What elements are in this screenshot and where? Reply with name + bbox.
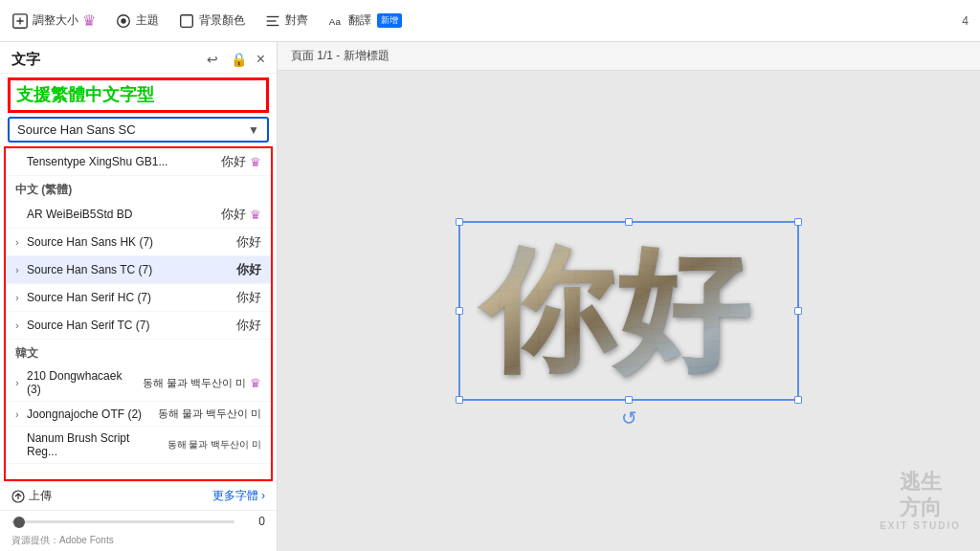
text-art-container[interactable]: 你好 你好	[458, 221, 799, 401]
toolbar-theme[interactable]: 主題	[115, 12, 159, 30]
font-preview: 동해 물과 백두산이 미	[158, 407, 261, 421]
undo-icon[interactable]: ↩	[203, 50, 222, 69]
watermark-line1: 逃生	[880, 470, 961, 495]
font-preview: 你好	[236, 317, 261, 334]
handle-tm[interactable]	[625, 218, 633, 226]
canvas-area: 頁面 1/1 - 新增標題	[278, 42, 980, 551]
list-item[interactable]: › Source Han Sans TC (7) 你好	[6, 256, 271, 284]
crown-icon: ♛	[250, 155, 261, 169]
bg-color-icon	[178, 12, 195, 30]
list-item[interactable]: AR WeiBeiB5Std BD 你好 ♛	[6, 201, 271, 229]
expand-icon: ›	[15, 236, 27, 248]
handle-tr[interactable]	[794, 218, 802, 226]
list-item[interactable]: Nanum Brush Script Reg... 동해 물과 백두산이 미	[6, 427, 271, 464]
svg-text:你好: 你好	[477, 235, 750, 386]
translate-icon: Aa	[327, 12, 345, 30]
font-preview: 你好	[236, 289, 261, 306]
font-name: Source Han Sans TC (7)	[27, 263, 229, 276]
font-name: Source Han Serif HC (7)	[27, 291, 229, 304]
font-preview: 你好	[221, 153, 246, 170]
rotate-handle[interactable]: ↺	[621, 407, 637, 430]
font-name: Source Han Sans HK (7)	[27, 235, 229, 249]
bg-color-label: 背景顏色	[199, 12, 245, 29]
font-list: Tensentype XingShu GB1... 你好 ♛ 中文 (繁體) A…	[4, 146, 273, 481]
left-panel: 文字 ↩ 🔒 × 支援繁體中文字型 Source Han Sans SC ▼ T…	[0, 42, 278, 551]
crown-icon: ♛	[250, 376, 261, 390]
align-label: 對齊	[285, 12, 308, 29]
panel-footer: 上傳 更多字體 ›	[0, 481, 277, 510]
text-art-svg: 你好 你好	[476, 232, 782, 386]
lock-icon[interactable]: 🔒	[230, 50, 249, 69]
resize-icon	[11, 12, 29, 30]
expand-icon: ›	[15, 408, 27, 420]
handle-ml[interactable]	[456, 307, 463, 315]
crown-icon: ♛	[82, 11, 96, 30]
expand-icon: ›	[15, 377, 27, 388]
handle-bl[interactable]	[456, 396, 463, 404]
text-art-wrapper[interactable]: 你好 你好 ↺	[458, 221, 799, 401]
panel-slider: 0	[0, 510, 277, 532]
list-item[interactable]: › Source Han Sans HK (7) 你好	[6, 229, 271, 256]
highlight-text: 支援繁體中文字型	[16, 85, 154, 104]
toolbar-resize[interactable]: 調整大小 ♛	[11, 11, 96, 30]
upload-label: 上傳	[29, 488, 52, 504]
font-name: Joongnajoche OTF (2)	[27, 408, 150, 421]
handle-br[interactable]	[794, 396, 802, 404]
handle-tl[interactable]	[456, 218, 463, 226]
font-preview: 你好	[236, 233, 261, 251]
expand-icon: ›	[15, 320, 27, 331]
list-item[interactable]: › Source Han Serif TC (7) 你好	[6, 312, 271, 340]
expand-icon: ›	[15, 292, 27, 303]
panel-hint: 資源提供：Adobe Fonts	[0, 532, 277, 551]
svg-point-2	[121, 18, 125, 23]
upload-button[interactable]: 上傳	[11, 488, 52, 504]
translate-label: 翻譯	[348, 12, 371, 29]
svg-rect-3	[181, 14, 193, 27]
breadcrumb: 頁面 1/1 - 新增標題	[278, 42, 980, 71]
font-name: 210 Dongwhacaek (3)	[27, 369, 135, 396]
watermark: 逃生 方向 EXIT STUDIO	[880, 470, 961, 532]
close-button[interactable]: ×	[256, 51, 265, 68]
font-section-chinese-traditional: 中文 (繁體)	[6, 176, 271, 201]
canvas-content: 你好 你好 ↺	[278, 71, 980, 551]
toolbar-right-number: 4	[962, 14, 969, 28]
font-name: Tensentype XingShu GB1...	[27, 155, 213, 168]
expand-icon: ›	[15, 264, 27, 276]
slider-thumb[interactable]	[13, 517, 25, 528]
list-item[interactable]: › Joongnajoche OTF (2) 동해 물과 백두산이 미	[6, 402, 271, 427]
list-item[interactable]: › Source Han Serif HC (7) 你好	[6, 284, 271, 312]
watermark-line2: 方向	[880, 496, 961, 520]
dropdown-arrow-icon: ▼	[248, 123, 259, 137]
list-item[interactable]: › 210 Dongwhacaek (3) 동해 물과 백두산이 미 ♛	[6, 364, 271, 402]
theme-label: 主題	[136, 12, 159, 29]
resize-label: 調整大小	[33, 12, 78, 29]
handle-mr[interactable]	[794, 307, 802, 315]
highlight-box: 支援繁體中文字型	[8, 77, 269, 113]
list-item[interactable]: Tensentype XingShu GB1... 你好 ♛	[6, 148, 271, 176]
main-area: 文字 ↩ 🔒 × 支援繁體中文字型 Source Han Sans SC ▼ T…	[0, 42, 980, 551]
new-badge: 新增	[377, 13, 402, 28]
toolbar-bg-color[interactable]: 背景顏色	[178, 12, 245, 30]
theme-icon	[115, 12, 132, 30]
panel-header: 文字 ↩ 🔒 ×	[0, 42, 277, 74]
toolbar-align[interactable]: 對齊	[264, 12, 308, 30]
font-name: AR WeiBeiB5Std BD	[27, 208, 213, 221]
font-preview: 你好	[236, 261, 261, 278]
font-name: Nanum Brush Script Reg...	[27, 431, 160, 458]
slider-value: 0	[242, 515, 265, 528]
font-preview: 동해 물과 백두산이 미	[167, 438, 261, 452]
toolbar-translate[interactable]: Aa 翻譯 新增	[327, 12, 402, 30]
font-preview: 동해 물과 백두산이 미	[143, 376, 246, 390]
svg-text:Aa: Aa	[329, 15, 342, 26]
font-selector-value: Source Han Sans SC	[17, 122, 248, 137]
watermark-label: EXIT STUDIO	[880, 520, 961, 532]
more-fonts-link[interactable]: 更多字體 ›	[212, 488, 265, 504]
font-selector[interactable]: Source Han Sans SC ▼	[8, 117, 269, 143]
crown-icon: ♛	[250, 208, 261, 222]
font-name: Source Han Serif TC (7)	[27, 319, 229, 332]
font-section-korean: 韓文	[6, 340, 271, 364]
more-fonts-label: 更多字體 ›	[212, 488, 265, 504]
handle-bm[interactable]	[625, 396, 633, 404]
slider-track[interactable]	[11, 520, 234, 523]
align-icon	[264, 12, 281, 30]
